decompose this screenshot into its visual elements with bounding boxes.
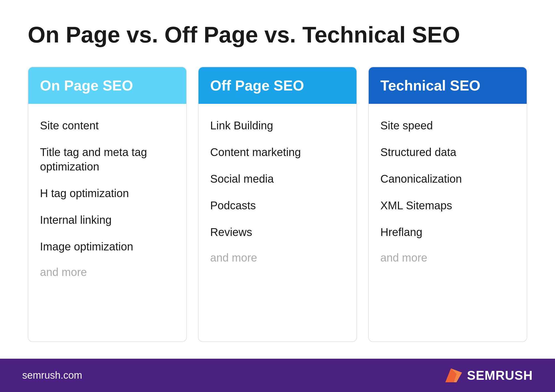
on-page-item-4: Internal linking	[40, 207, 175, 233]
off-page-body: Link Building Content marketing Social m…	[199, 104, 356, 341]
on-page-item-2: Title tag and meta tag optimization	[40, 139, 175, 180]
on-page-header: On Page SEO	[28, 67, 186, 104]
off-page-header: Off Page SEO	[199, 67, 356, 104]
technical-header: Technical SEO	[369, 67, 527, 104]
on-page-item-5: Image optimization	[40, 233, 175, 260]
off-page-item-3: Social media	[210, 165, 345, 192]
technical-item-2: Structured data	[380, 139, 515, 165]
technical-column: Technical SEO Site speed Structured data…	[368, 67, 527, 342]
off-page-column: Off Page SEO Link Building Content marke…	[198, 67, 357, 342]
page-title: On Page vs. Off Page vs. Technical SEO	[28, 22, 527, 47]
on-page-item-1: Site content	[40, 112, 175, 139]
technical-item-5: Hreflang	[380, 219, 515, 245]
technical-title: Technical SEO	[380, 77, 480, 94]
off-page-item-4: Podcasts	[210, 192, 345, 219]
semrush-icon	[445, 368, 462, 382]
semrush-brand-text: SEMRUSH	[467, 368, 533, 383]
technical-body: Site speed Structured data Canonicalizat…	[369, 104, 527, 341]
technical-item-4: XML Sitemaps	[380, 192, 515, 219]
off-page-item-1: Link Building	[210, 112, 345, 139]
footer-url: semrush.com	[22, 370, 82, 381]
technical-item-3: Canonicalization	[380, 165, 515, 192]
main-content: On Page vs. Off Page vs. Technical SEO O…	[0, 0, 555, 359]
off-page-and-more: and more	[210, 245, 345, 271]
on-page-column: On Page SEO Site content Title tag and m…	[28, 67, 187, 342]
technical-and-more: and more	[380, 245, 515, 271]
off-page-item-5: Reviews	[210, 219, 345, 245]
semrush-logo: SEMRUSH	[445, 368, 533, 383]
on-page-body: Site content Title tag and meta tag opti…	[28, 104, 186, 341]
off-page-item-2: Content marketing	[210, 139, 345, 165]
technical-item-1: Site speed	[380, 112, 515, 139]
footer: semrush.com SEMRUSH	[0, 359, 555, 392]
on-page-item-3: H tag optimization	[40, 180, 175, 207]
on-page-title: On Page SEO	[40, 77, 133, 94]
columns-wrapper: On Page SEO Site content Title tag and m…	[28, 67, 527, 342]
off-page-title: Off Page SEO	[210, 77, 304, 94]
on-page-and-more: and more	[40, 260, 175, 285]
